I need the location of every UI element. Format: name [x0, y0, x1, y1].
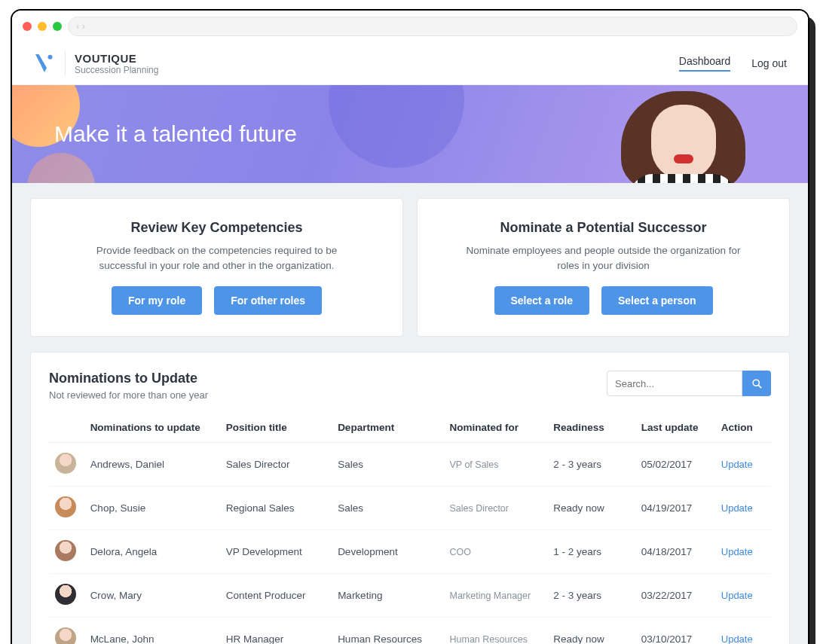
cards-row: Review Key Competencies Provide feedback…: [30, 198, 790, 337]
main-content: Review Key Competencies Provide feedback…: [12, 183, 808, 644]
window-controls: [23, 22, 62, 31]
search-button[interactable]: [742, 371, 771, 396]
back-icon[interactable]: ‹: [76, 21, 79, 32]
avatar: [55, 453, 76, 474]
cell-department: Marketing: [332, 574, 443, 618]
panel-subtitle: Not reviewed for more than one year: [49, 389, 208, 401]
select-person-button[interactable]: Select a person: [601, 286, 713, 315]
brand-divider: [65, 51, 66, 75]
hero-blob: [329, 85, 464, 168]
table-row: Andrews, Daniel Sales Director Sales VP …: [49, 443, 771, 487]
search-icon: [751, 378, 763, 389]
th-readiness: Readiness: [547, 413, 635, 443]
cell-last-update: 05/02/2017: [635, 443, 715, 487]
cell-name: Crow, Mary: [84, 574, 220, 618]
cell-nominated-for: COO: [443, 530, 547, 574]
nav-logout[interactable]: Log out: [751, 57, 787, 69]
cell-nominated-for: Marketing Manager: [443, 574, 547, 618]
update-link[interactable]: Update: [721, 590, 753, 601]
card-body: Provide feedback on the competencies req…: [74, 243, 360, 273]
maximize-window-icon[interactable]: [53, 22, 62, 31]
cell-last-update: 03/10/2017: [635, 618, 715, 644]
cell-name: Andrews, Daniel: [84, 443, 220, 487]
cell-position: Content Producer: [220, 574, 332, 618]
cell-position: VP Development: [220, 530, 332, 574]
avatar: [55, 584, 76, 605]
card-title: Review Key Competencies: [54, 220, 380, 236]
svg-point-0: [48, 55, 53, 60]
search-wrap: [607, 371, 771, 396]
cell-readiness: Ready now: [547, 618, 635, 644]
panel-title: Nominations to Update: [49, 371, 208, 386]
svg-point-1: [753, 380, 759, 386]
update-link[interactable]: Update: [721, 546, 753, 557]
panel-header: Nominations to Update Not reviewed for m…: [49, 371, 771, 401]
browser-window: ‹ › VOUTIQUE Succession Planning Dashboa…: [11, 9, 809, 644]
minimize-window-icon[interactable]: [38, 22, 47, 31]
cell-name: Delora, Angela: [84, 530, 220, 574]
forward-icon[interactable]: ›: [82, 21, 85, 32]
cell-readiness: 2 - 3 years: [547, 574, 635, 618]
table-row: Crow, Mary Content Producer Marketing Ma…: [49, 574, 771, 618]
cell-name: McLane, John: [84, 618, 220, 644]
update-link[interactable]: Update: [721, 633, 753, 644]
table-row: Chop, Susie Regional Sales Sales Sales D…: [49, 487, 771, 530]
nav-dashboard[interactable]: Dashboard: [679, 55, 731, 72]
cell-position: HR Manager: [220, 618, 332, 644]
card-actions: For my role For other roles: [54, 286, 380, 315]
browser-chrome: ‹ ›: [12, 11, 808, 42]
hero-headline: Make it a talented future: [54, 121, 297, 147]
cell-readiness: 1 - 2 years: [547, 530, 635, 574]
cell-position: Sales Director: [220, 443, 332, 487]
brand-subtitle: Succession Planning: [75, 65, 158, 75]
hero-banner: Make it a talented future: [12, 85, 808, 183]
nav-arrows: ‹ ›: [76, 21, 85, 32]
table-row: Delora, Angela VP Development Developmen…: [49, 530, 771, 574]
card-title: Nominate a Potential Successor: [440, 220, 766, 236]
cell-position: Regional Sales: [220, 487, 332, 530]
update-link[interactable]: Update: [721, 502, 753, 514]
th-nominated-for: Nominated for: [443, 413, 547, 443]
cell-nominated-for: Sales Director: [443, 487, 547, 530]
url-bar[interactable]: ‹ ›: [68, 17, 797, 36]
cell-last-update: 04/19/2017: [635, 487, 715, 530]
cell-department: Human Resources: [332, 618, 443, 644]
card-body: Nominate employees and people outside th…: [460, 243, 747, 273]
cell-name: Chop, Susie: [84, 487, 220, 530]
brand: VOUTIQUE Succession Planning: [33, 51, 158, 75]
logo-icon: [33, 52, 56, 75]
card-nominate-successor: Nominate a Potential Successor Nominate …: [417, 198, 790, 337]
cell-department: Sales: [332, 487, 443, 530]
th-last-update: Last update: [635, 413, 715, 443]
avatar: [55, 496, 76, 517]
th-name: Nominations to update: [84, 413, 220, 443]
avatar: [55, 627, 76, 644]
cell-department: Sales: [332, 443, 443, 487]
brand-text: VOUTIQUE Succession Planning: [75, 52, 158, 75]
card-review-competencies: Review Key Competencies Provide feedback…: [30, 198, 403, 337]
card-actions: Select a role Select a person: [440, 286, 766, 315]
brand-title: VOUTIQUE: [75, 52, 158, 65]
for-my-role-button[interactable]: For my role: [112, 286, 202, 315]
cell-nominated-for: Human Resources: [443, 618, 547, 644]
select-role-button[interactable]: Select a role: [494, 286, 590, 315]
svg-line-2: [758, 385, 761, 388]
cell-readiness: 2 - 3 years: [547, 443, 635, 487]
th-department: Department: [332, 413, 443, 443]
table-header-row: Nominations to update Position title Dep…: [49, 413, 771, 443]
update-link[interactable]: Update: [721, 459, 753, 470]
app-header: VOUTIQUE Succession Planning Dashboard L…: [12, 42, 808, 85]
table-row: McLane, John HR Manager Human Resources …: [49, 618, 771, 644]
nominations-table: Nominations to update Position title Dep…: [49, 413, 771, 644]
th-position: Position title: [220, 413, 332, 443]
for-other-roles-button[interactable]: For other roles: [214, 286, 322, 315]
cell-last-update: 04/18/2017: [635, 530, 715, 574]
nominations-panel: Nominations to Update Not reviewed for m…: [30, 352, 790, 644]
close-window-icon[interactable]: [23, 22, 32, 31]
cell-last-update: 03/22/2017: [635, 574, 715, 618]
hero-portrait: [612, 91, 755, 183]
search-input[interactable]: [607, 371, 742, 396]
hero-blob: [27, 153, 95, 183]
th-action: Action: [715, 413, 771, 443]
cell-readiness: Ready now: [547, 487, 635, 530]
